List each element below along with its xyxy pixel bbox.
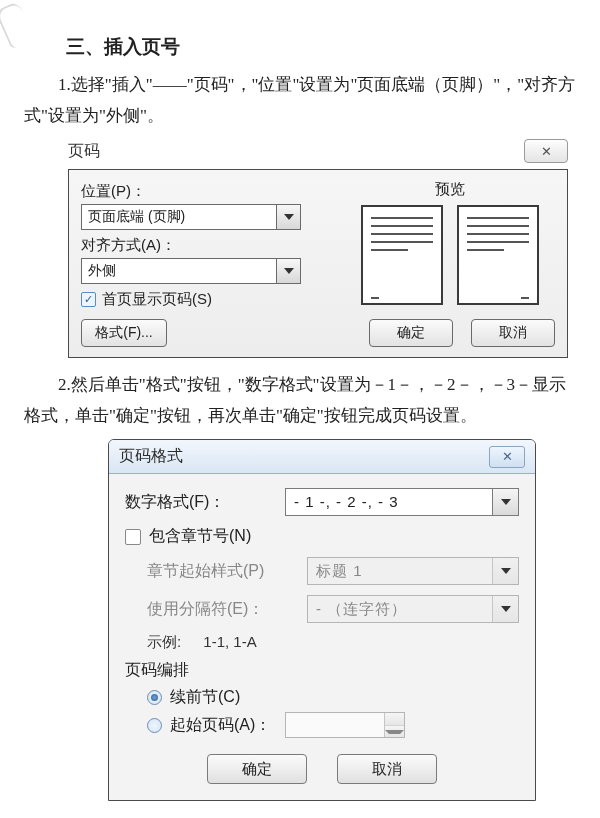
include-chapter-checkbox[interactable] [125, 529, 141, 545]
paperclip-decoration [0, 1, 35, 50]
startat-label: 起始页码(A)： [170, 715, 271, 736]
align-value: 外侧 [82, 259, 276, 283]
spinner-down-icon[interactable] [385, 726, 404, 738]
align-combo[interactable]: 外侧 [81, 258, 301, 284]
ok-button[interactable]: 确定 [207, 754, 307, 784]
cancel-button[interactable]: 取消 [471, 319, 555, 347]
ok-button[interactable]: 确定 [369, 319, 453, 347]
firstpage-label: 首页显示页码(S) [102, 290, 212, 309]
position-combo[interactable]: 页面底端 (页脚) [81, 204, 301, 230]
paragraph-2: 2.然后单击"格式"按钮，"数字格式"设置为－1－，－2－，－3－显示格式，单击… [24, 370, 576, 431]
separator-label: 使用分隔符(E)： [147, 599, 307, 620]
chapter-style-value: 标题 1 [308, 558, 492, 584]
align-label: 对齐方式(A)： [81, 236, 335, 255]
separator-combo: - （连字符） [307, 595, 519, 623]
paragraph-1: 1.选择"插入"——"页码"，"位置"设置为"页面底端（页脚）"，"对齐方式"设… [24, 70, 576, 131]
close-icon: ✕ [541, 144, 552, 159]
chapter-style-label: 章节起始样式(P) [147, 561, 307, 582]
example-label: 示例: [147, 633, 181, 650]
spinner-up-icon[interactable] [385, 713, 404, 726]
close-icon: ✕ [502, 449, 513, 464]
close-button[interactable]: ✕ [489, 446, 525, 468]
continue-radio[interactable] [147, 690, 162, 705]
dropdown-icon [276, 205, 300, 229]
preview-label: 预览 [345, 180, 555, 199]
include-chapter-label: 包含章节号(N) [149, 526, 251, 547]
format-button[interactable]: 格式(F)... [81, 319, 167, 347]
number-format-combo[interactable]: - 1 -, - 2 -, - 3 [285, 488, 519, 516]
dropdown-icon [276, 259, 300, 283]
dialog2-title: 页码格式 [119, 446, 183, 467]
position-value: 页面底端 (页脚) [82, 205, 276, 229]
chapter-style-combo: 标题 1 [307, 557, 519, 585]
separator-value: - （连字符） [308, 596, 492, 622]
dropdown-icon [492, 558, 518, 584]
startat-input[interactable] [285, 712, 405, 738]
continue-label: 续前节(C) [170, 687, 240, 708]
number-format-value: - 1 -, - 2 -, - 3 [286, 489, 492, 515]
startat-radio[interactable] [147, 718, 162, 733]
preview-page-left [361, 205, 443, 305]
close-button[interactable]: ✕ [524, 139, 568, 163]
numbering-group-title: 页码编排 [125, 660, 519, 681]
position-label: 位置(P)： [81, 182, 335, 201]
dropdown-icon [492, 596, 518, 622]
page-number-dialog: 页码 ✕ 位置(P)： 页面底端 (页脚) 对齐方式(A)： 外侧 [68, 139, 568, 358]
dialog1-title: 页码 [68, 141, 100, 162]
example-value: 1-1, 1-A [203, 633, 256, 650]
section-heading: 三、插入页号 [66, 34, 576, 60]
number-format-label: 数字格式(F)： [125, 492, 285, 513]
firstpage-checkbox[interactable]: ✓ [81, 292, 96, 307]
page-number-format-dialog: 页码格式 ✕ 数字格式(F)： - 1 -, - 2 -, - 3 包含章节号(… [108, 439, 536, 801]
preview-page-right [457, 205, 539, 305]
dropdown-icon [492, 489, 518, 515]
cancel-button[interactable]: 取消 [337, 754, 437, 784]
